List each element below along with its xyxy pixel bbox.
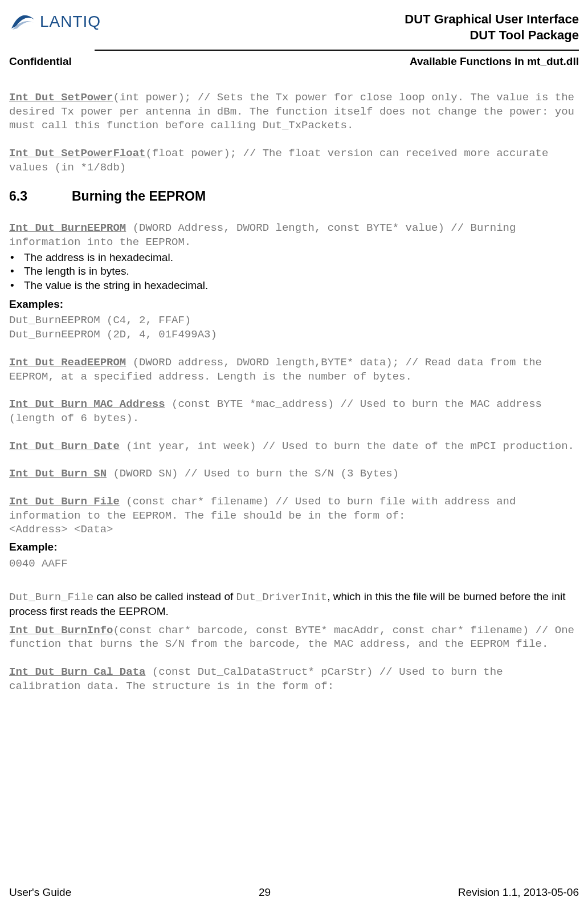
inline-code: Dut_Burn_File — [9, 591, 93, 604]
footer-left: User's Guide — [9, 886, 71, 899]
page-header: LANTIQ DUT Graphical User Interface DUT … — [9, 11, 579, 47]
fn-burn-file: Int Dut_Burn_File (const char* filename)… — [9, 495, 579, 537]
fn-name: Int Dut_BurnEEPROM — [9, 222, 126, 234]
fn-name: Int Dut_Burn_Cal_Data — [9, 666, 145, 678]
fn-burneeprom: Int Dut_BurnEEPROM (DWORD Address, DWORD… — [9, 221, 579, 249]
confidential-label: Confidential — [9, 55, 72, 68]
list-item: The value is the string in hexadecimal. — [9, 279, 579, 293]
brand-logo: LANTIQ — [9, 11, 101, 32]
brand-name: LANTIQ — [40, 13, 101, 31]
fn-name: Int Dut_Burn_SN — [9, 467, 107, 480]
fn-burn-sn: Int Dut_Burn_SN (DWORD SN) // Used to bu… — [9, 467, 579, 481]
section-path: Available Functions in mt_dut.dll — [410, 55, 579, 68]
note-text: can also be called instead of — [93, 590, 236, 602]
examples-body: Dut_BurnEEPROM (C4, 2, FFAF) Dut_BurnEEP… — [9, 313, 579, 341]
footer-right: Revision 1.1, 2013-05-06 — [458, 886, 579, 899]
page-content: Int Dut_SetPower(int power); // Sets the… — [9, 91, 579, 694]
fn-burn-cal-data: Int Dut_Burn_Cal_Data (const Dut_CalData… — [9, 665, 579, 693]
section-title: Burning the EEPROM — [72, 189, 206, 203]
fn-name: Int Dut_SetPowerFloat — [9, 147, 145, 160]
doc-title: DUT Graphical User Interface DUT Tool Pa… — [405, 11, 579, 43]
doc-title-line2: DUT Tool Package — [405, 27, 579, 43]
fn-name: Int Dut_SetPower — [9, 91, 113, 104]
fn-burninfo: Int Dut_BurnInfo(const char* barcode, co… — [9, 623, 579, 651]
examples-label: Examples: — [9, 297, 579, 312]
page-footer: User's Guide 29 Revision 1.1, 2013-05-06 — [9, 886, 579, 899]
fn-sig: (int year, int week) // Used to burn the… — [120, 440, 574, 453]
fn-name: Int Dut_Burn_Date — [9, 440, 120, 453]
fn-burn-date: Int Dut_Burn_Date (int year, int week) /… — [9, 439, 579, 454]
fn-sig: (DWORD SN) // Used to burn the S/N (3 By… — [107, 467, 399, 480]
header-rule — [95, 50, 579, 51]
fn-setpowerfloat: Int Dut_SetPowerFloat(float power); // T… — [9, 146, 579, 174]
fn-name: Int Dut_ReadEEPROM — [9, 356, 126, 369]
lantiq-swirl-icon — [9, 11, 36, 32]
doc-title-line1: DUT Graphical User Interface — [405, 11, 579, 27]
fn-name: Int Dut_BurnInfo — [9, 624, 113, 637]
section-number: 6.3 — [9, 188, 72, 205]
example-label: Example: — [9, 540, 579, 555]
fn-readeeprom: Int Dut_ReadEEPROM (DWORD address, DWORD… — [9, 356, 579, 384]
fn-name: Int Dut_Burn_File — [9, 495, 120, 508]
example-body: 0040 AAFF — [9, 557, 579, 571]
fn-name: Int Dut_Burn_MAC_Address — [9, 398, 165, 410]
bullet-list: The address is in hexadecimal. The lengt… — [9, 251, 579, 293]
list-item: The address is in hexadecimal. — [9, 251, 579, 265]
subheader: Confidential Available Functions in mt_d… — [9, 55, 579, 68]
inline-code: Dut_DriverInit — [236, 591, 328, 604]
section-heading: 6.3Burning the EEPROM — [9, 188, 579, 205]
list-item: The length is in bytes. — [9, 264, 579, 279]
fn-burn-mac: Int Dut_Burn_MAC_Address (const BYTE *ma… — [9, 397, 579, 425]
burn-file-note: Dut_Burn_File can also be called instead… — [9, 590, 579, 618]
fn-setpower: Int Dut_SetPower(int power); // Sets the… — [9, 91, 579, 133]
page-number: 29 — [259, 886, 271, 899]
